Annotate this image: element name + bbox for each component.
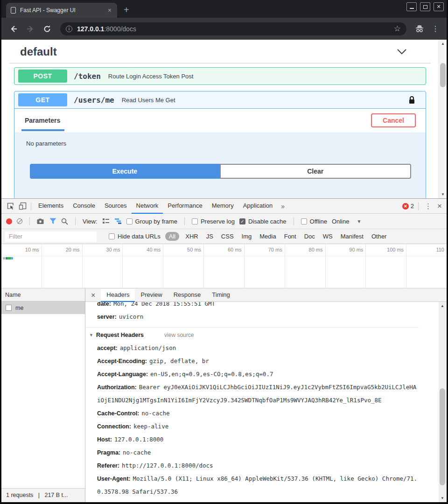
close-window-button[interactable]: ✕ — [434, 2, 444, 11]
scroll-down-icon[interactable]: ▼ — [439, 496, 446, 500]
cancel-button[interactable]: Cancel — [371, 113, 416, 127]
checkbox-disable-cache[interactable]: Disable cache — [239, 218, 287, 225]
waterfall-bar[interactable] — [3, 257, 13, 259]
filter-chip-img[interactable]: Img — [242, 233, 252, 240]
clear-requests-icon[interactable] — [17, 218, 22, 224]
tab-network[interactable]: Network — [132, 199, 163, 214]
reload-button[interactable] — [41, 22, 54, 35]
network-overview[interactable]: 10 ms 20 ms 30 ms 40 ms 50 ms 60 ms 70 m… — [1, 244, 447, 288]
lock-icon[interactable] — [408, 96, 415, 105]
tab-response[interactable]: Response — [168, 289, 207, 302]
inspect-element-button[interactable] — [4, 200, 16, 212]
site-info-icon[interactable]: i — [66, 26, 72, 32]
filter-chip-ws[interactable]: WS — [323, 233, 333, 240]
address-bar[interactable]: i 127.0.0.1:8000/docs ☆ — [60, 22, 406, 35]
header-name: Host: — [97, 436, 112, 443]
tab-close-icon[interactable]: × — [107, 7, 112, 14]
browser-menu-icon[interactable]: ⋮ — [430, 24, 441, 33]
minimize-icon — [410, 8, 414, 9]
new-tab-button[interactable]: + — [124, 4, 129, 16]
header-name: Pragma: — [97, 449, 120, 456]
ruler-tick: 80 ms — [285, 244, 326, 288]
scroll-down-icon[interactable]: ▼ — [439, 192, 447, 196]
operation-summary: Route Login Access Token Post — [108, 73, 194, 80]
get-users-me-operation: GET /users/me Read Users Me Get Paramete… — [14, 91, 426, 198]
section-divider — [9, 63, 431, 63]
requests-name-header[interactable]: Name — [1, 289, 85, 301]
post-token-operation[interactable]: POST /token Route Login Access Token Pos… — [14, 67, 426, 85]
incognito-icon — [415, 25, 424, 33]
tab-headers[interactable]: Headers — [101, 289, 135, 302]
tab-sources[interactable]: Sources — [100, 199, 132, 214]
page-scrollbar[interactable]: ▲ ▼ — [439, 40, 447, 198]
filter-chip-other[interactable]: Other — [371, 233, 387, 240]
filter-chip-xhr[interactable]: XHR — [185, 233, 198, 240]
header-row: Host:127.0.0.1:8000 — [85, 433, 419, 446]
checkbox-preserve-log[interactable]: Preserve log — [192, 218, 235, 225]
tab-console[interactable]: Console — [68, 199, 100, 214]
more-tabs-icon[interactable]: » — [277, 203, 288, 210]
filter-chip-manifest[interactable]: Manifest — [341, 233, 364, 240]
header-value: en-US,en;q=0.9,es-CO;q=0.8,es;q=0.7 — [150, 371, 273, 378]
page-favicon-icon — [11, 7, 16, 14]
preserve-log-label: Preserve log — [201, 218, 235, 225]
request-headers-section[interactable]: ▼ Request Headers view source — [85, 329, 419, 342]
list-view-icon[interactable] — [102, 218, 110, 224]
devtools-close-button[interactable]: × — [435, 202, 447, 211]
section-chevron-down-icon[interactable] — [397, 49, 407, 55]
tab-memory[interactable]: Memory — [207, 199, 238, 214]
filter-chip-css[interactable]: CSS — [221, 233, 234, 240]
checkbox-hide-data-urls[interactable]: Hide data URLs — [109, 233, 161, 240]
filter-input[interactable] — [5, 231, 97, 242]
filter-funnel-icon[interactable] — [49, 218, 56, 224]
device-toolbar-button[interactable] — [16, 200, 28, 212]
scroll-thumb[interactable] — [440, 388, 445, 485]
screenshot-camera-icon[interactable] — [37, 218, 45, 224]
search-icon[interactable] — [61, 218, 68, 225]
throttling-select[interactable]: Online ▼ — [332, 218, 361, 225]
get-operation-header[interactable]: GET /users/me Read Users Me Get — [14, 91, 426, 109]
bookmark-star-icon[interactable]: ☆ — [394, 24, 401, 34]
header-name: accept: — [97, 345, 118, 351]
forward-button[interactable] — [24, 22, 37, 35]
filter-chip-media[interactable]: Media — [259, 233, 276, 240]
scroll-up-icon[interactable]: ▲ — [439, 42, 447, 46]
disclosure-triangle-icon[interactable]: ▼ — [89, 329, 93, 342]
detail-close-button[interactable]: × — [85, 291, 101, 300]
devtools-menu-icon[interactable]: ⋮ — [421, 202, 435, 210]
view-source-link[interactable]: view source — [164, 329, 194, 342]
maximize-button[interactable] — [420, 2, 430, 11]
filter-chip-js[interactable]: JS — [206, 233, 213, 240]
filter-chip-doc[interactable]: Doc — [304, 233, 315, 240]
request-detail-pane: × Headers Preview Response Timing date:M… — [85, 289, 447, 502]
incognito-avatar-icon[interactable] — [413, 22, 426, 35]
request-row-me[interactable]: me — [1, 301, 85, 314]
tab-performance[interactable]: Performance — [163, 199, 207, 214]
browser-tab[interactable]: Fast API - Swagger UI × — [6, 3, 117, 18]
filter-chip-all[interactable]: All — [165, 232, 179, 241]
checkbox-offline[interactable]: Offline — [301, 218, 327, 225]
waterfall-view-icon[interactable] — [114, 218, 122, 224]
record-button[interactable] — [6, 218, 12, 224]
request-name: me — [15, 305, 23, 311]
detail-scrollbar[interactable]: ▲ ▼ — [439, 302, 447, 502]
checkbox-unchecked-icon — [192, 218, 198, 224]
clear-button[interactable]: Clear — [220, 164, 412, 179]
url-text[interactable]: 127.0.0.1:8000/docs — [77, 25, 136, 33]
tab-timing[interactable]: Timing — [206, 289, 236, 302]
swagger-section-header[interactable]: default — [1, 40, 439, 58]
tab-application[interactable]: Application — [238, 199, 278, 214]
checkbox-group-by-frame[interactable]: Group by frame — [126, 218, 177, 225]
tab-preview[interactable]: Preview — [135, 289, 168, 302]
tab-elements[interactable]: Elements — [34, 199, 68, 214]
ruler-tick: 70 ms — [245, 244, 285, 288]
tab-parameters[interactable]: Parameters — [25, 117, 60, 124]
filter-chip-font[interactable]: Font — [284, 233, 296, 240]
back-button[interactable] — [7, 22, 20, 35]
minimize-button[interactable] — [406, 2, 417, 11]
scroll-thumb[interactable] — [440, 63, 446, 87]
group-by-frame-label: Group by frame — [135, 218, 177, 225]
error-badge[interactable]: ✕ 2 — [402, 203, 416, 210]
execute-button[interactable]: Execute — [30, 164, 220, 179]
scroll-up-icon[interactable]: ▲ — [439, 304, 446, 308]
